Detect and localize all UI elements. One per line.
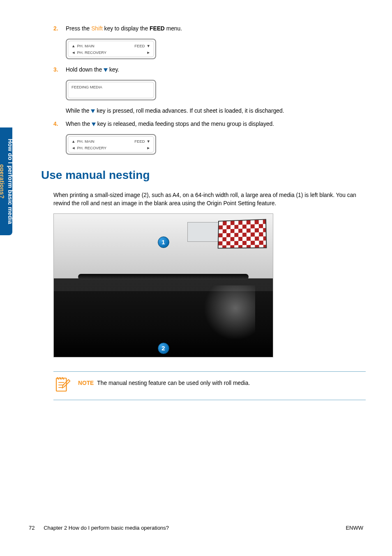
sidebar-line2: operations?	[0, 164, 5, 198]
step-number: 4.	[53, 120, 66, 128]
text: While the	[66, 108, 91, 114]
text: key is released, media feeding stops and…	[96, 121, 274, 127]
while-paragraph: While the key is pressed, roll media adv…	[66, 107, 366, 115]
shift-key-text: Shift	[91, 25, 103, 32]
callout-bubble-2: 2	[158, 343, 169, 354]
lcd-arrow-right	[145, 145, 150, 151]
printer-photo: 1 2	[53, 213, 273, 357]
sidebar-tab: How do I perform basic media operations?	[0, 127, 12, 235]
text: key is pressed, roll media advances. If …	[95, 108, 284, 114]
text: Hold down the	[66, 67, 104, 73]
section-intro: When printing a small-sized image (2), s…	[53, 191, 366, 208]
down-triangle-icon	[92, 123, 96, 126]
lcd-feed: FEED	[134, 139, 150, 144]
step-4: 4. When the key is released, media feedi…	[53, 120, 366, 128]
step-3: 3. Hold down the key.	[53, 66, 366, 74]
lcd-ph-main: PH. MAIN	[71, 139, 95, 144]
step-number: 2.	[53, 25, 66, 33]
sidebar-line1: How do I perform basic media	[7, 139, 14, 224]
lcd-display-2: FEEDING MEDIA	[66, 80, 156, 100]
footer-page-number: 72	[29, 525, 35, 531]
text: When the	[66, 121, 92, 127]
step-body: Press the Shift key to display the FEED …	[66, 25, 366, 33]
step-body: Hold down the key.	[66, 66, 366, 74]
text: menu.	[165, 25, 182, 32]
lcd-ph-main: PH. MAIN	[71, 43, 95, 49]
down-triangle-icon	[104, 68, 108, 72]
lcd-display-3: PH. MAINFEED PH. RECOVERY	[66, 134, 156, 155]
text: key.	[108, 67, 119, 73]
page-footer: 72 Chapter 2 How do I perform basic medi…	[29, 524, 363, 532]
lcd-feed: FEED	[134, 43, 150, 49]
down-triangle-icon	[91, 109, 95, 113]
feed-bold: FEED	[150, 25, 165, 32]
step-number: 3.	[53, 66, 66, 74]
section-title: Use manual nesting	[41, 167, 366, 184]
lcd-ph-recovery: PH. RECOVERY	[71, 50, 106, 56]
text: Press the	[66, 25, 91, 32]
footer-chapter-text: Chapter 2 How do I perform basic media o…	[44, 525, 169, 531]
lcd-arrow-right	[145, 50, 150, 56]
lcd-display-1: PH. MAINFEED PH. RECOVERY	[66, 39, 156, 59]
text: key to display the	[103, 25, 150, 32]
note-icon	[53, 376, 71, 395]
note-label: NOTE	[78, 380, 94, 386]
step-2: 2. Press the Shift key to display the FE…	[53, 25, 366, 33]
note-block: NOTEThe manual nesting feature can be us…	[53, 376, 366, 395]
footer-right: ENWW	[346, 524, 363, 532]
note-text: The manual nesting feature can be used o…	[97, 380, 250, 386]
lcd-feeding-media: FEEDING MEDIA	[71, 84, 102, 90]
callout-bubble-1: 1	[158, 236, 169, 248]
step-body: When the key is released, media feeding …	[66, 120, 366, 128]
lcd-ph-recovery: PH. RECOVERY	[71, 145, 106, 151]
